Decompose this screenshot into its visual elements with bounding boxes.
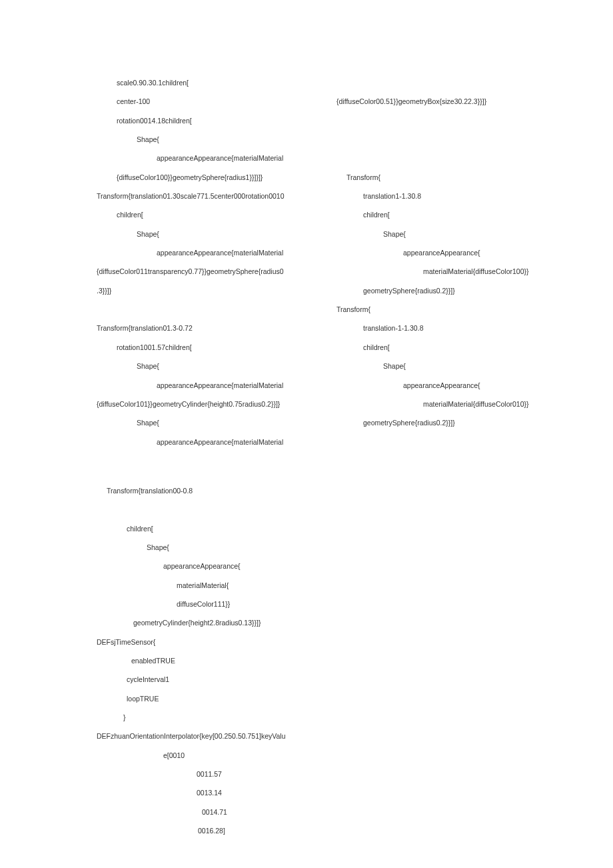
code-line: appearanceAppearance{materialMaterial	[97, 243, 310, 262]
code-line: Shape{	[97, 538, 565, 557]
code-line: materialMaterial{diffuseColor010}}	[336, 395, 550, 413]
code-line	[97, 500, 565, 519]
code-line: Transform{translation00-0.8	[97, 481, 565, 500]
code-line: .3}}]}	[97, 281, 310, 300]
code-line: {diffuseColor100}}geometrySphere{radius1…	[97, 168, 310, 187]
code-line: Shape{	[97, 225, 310, 243]
code-line: center-100	[97, 92, 310, 111]
code-line: Transform{translation01.3-0.72	[97, 319, 310, 337]
two-column-layout: scale0.90.30.1children[ center-100 rotat…	[97, 73, 565, 451]
right-column: {diffuseColor00.51}}geometryBox{size30.2…	[336, 73, 550, 451]
code-line: appearanceAppearance{materialMaterial	[97, 149, 310, 167]
code-line: Shape{	[336, 357, 550, 375]
code-line: children[	[336, 205, 550, 224]
code-line: enabledTRUE	[97, 651, 565, 670]
code-line: appearanceAppearance{materialMaterial	[97, 433, 310, 451]
code-line: DEFsjTimeSensor{	[97, 633, 565, 651]
code-line: children[	[97, 205, 310, 224]
code-line: translation1-1.30.8	[336, 187, 550, 205]
code-line: }	[97, 708, 565, 727]
code-line: 0014.71	[97, 803, 565, 821]
code-line: appearanceAppearance{	[336, 376, 550, 395]
code-line	[97, 859, 565, 868]
code-line: appearanceAppearance{	[97, 557, 565, 575]
code-line: rotation0014.18children[	[97, 111, 310, 130]
code-line: cycleInterval1	[97, 670, 565, 689]
code-line	[336, 130, 550, 149]
code-line: geometrySphere{radius0.2}}]}	[336, 413, 550, 432]
code-line: materialMaterial{diffuseColor100}}	[336, 262, 550, 281]
code-line: children[	[97, 519, 565, 538]
code-line	[336, 73, 550, 92]
code-line: diffuseColor111}}	[97, 595, 565, 613]
bottom-section: Transform{translation00-0.8 children[ Sh…	[97, 481, 565, 868]
code-line: loopTRUE	[97, 689, 565, 708]
code-line: 0011.57	[97, 765, 565, 783]
code-line	[336, 111, 550, 130]
code-line: DEFzhuanOrientationInterpolator{key[00.2…	[97, 727, 565, 745]
code-line: rotation1001.57children[	[97, 338, 310, 357]
code-line: Transform{	[336, 300, 550, 319]
code-line: materialMaterial{	[97, 576, 565, 595]
code-line: scale0.90.30.1children[	[97, 73, 310, 92]
code-line: {diffuseColor00.51}}geometryBox{size30.2…	[336, 92, 550, 111]
code-line: Shape{	[336, 225, 550, 243]
code-line: translation-1-1.30.8	[336, 319, 550, 337]
left-column: scale0.90.30.1children[ center-100 rotat…	[97, 73, 310, 451]
code-line: appearanceAppearance{	[336, 243, 550, 262]
code-line	[97, 840, 565, 859]
code-line: Shape{	[97, 413, 310, 432]
code-line: geometryCylinder{height2.8radius0.13}}]}	[97, 613, 565, 632]
code-line: 0013.14	[97, 783, 565, 802]
code-line: appearanceAppearance{materialMaterial	[97, 376, 310, 395]
code-line: {diffuseColor101}}geometryCylinder{heigh…	[97, 395, 310, 413]
code-line: e[0010	[97, 746, 565, 765]
code-line: Transform{	[336, 168, 550, 187]
code-line: children[	[336, 338, 550, 357]
code-line: Transform{translation01.30scale771.5cent…	[97, 187, 310, 205]
code-line: geometrySphere{radius0.2}}]}	[336, 281, 550, 300]
code-line	[97, 300, 310, 319]
code-line: Shape{	[97, 130, 310, 149]
code-line: 0016.28]	[97, 821, 565, 840]
code-line	[336, 149, 550, 167]
code-line: Shape{	[97, 357, 310, 375]
code-line: {diffuseColor011transparency0.77}}geomet…	[97, 262, 310, 281]
